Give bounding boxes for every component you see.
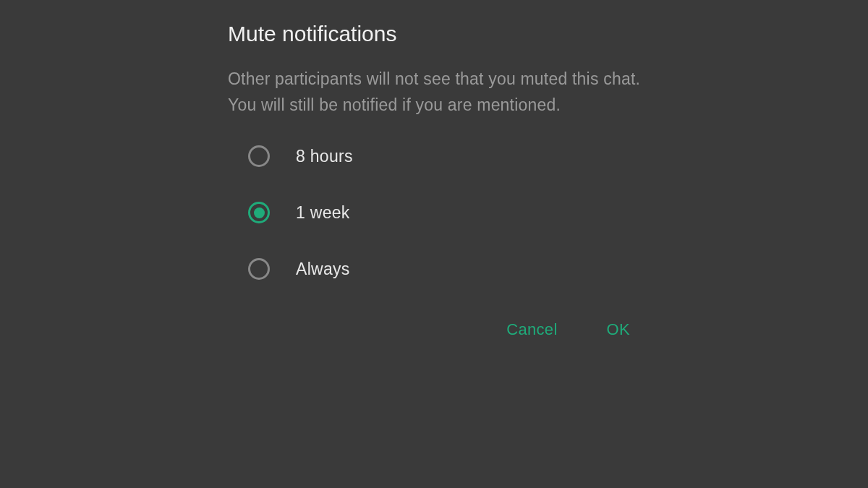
radio-button-icon (248, 258, 270, 280)
radio-option-1-week[interactable]: 1 week (248, 202, 647, 223)
mute-duration-radio-group: 8 hours 1 week Always (228, 145, 647, 280)
dialog-actions: Cancel OK (228, 314, 647, 345)
radio-label: 8 hours (296, 147, 353, 166)
cancel-button[interactable]: Cancel (503, 314, 560, 345)
radio-option-always[interactable]: Always (248, 258, 647, 280)
radio-label: 1 week (296, 203, 350, 223)
dialog-title: Mute notifications (228, 22, 647, 46)
dialog-description: Other participants will not see that you… (228, 67, 647, 118)
radio-label: Always (296, 260, 350, 279)
radio-button-selected-icon (248, 202, 270, 223)
radio-inner-dot-icon (254, 207, 265, 218)
radio-option-8-hours[interactable]: 8 hours (248, 145, 647, 167)
radio-button-icon (248, 145, 270, 167)
ok-button[interactable]: OK (604, 314, 633, 345)
mute-notifications-dialog: Mute notifications Other participants wi… (228, 22, 647, 345)
